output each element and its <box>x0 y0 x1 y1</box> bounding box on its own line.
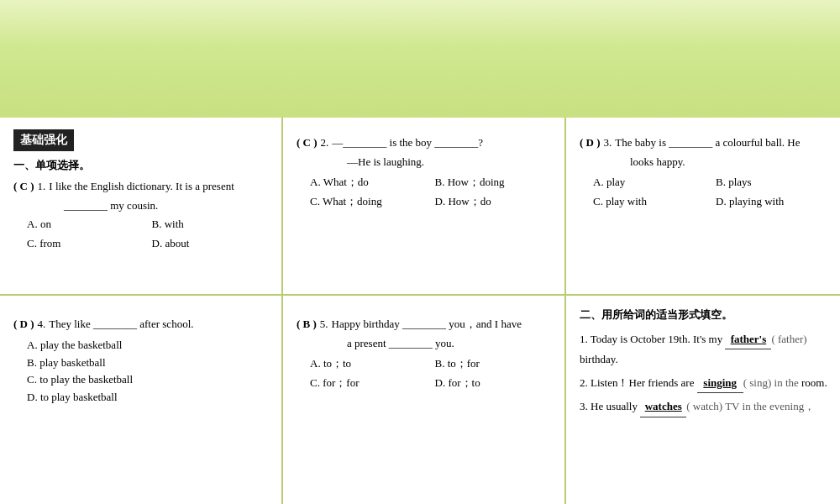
fill1-text-after: birthday. <box>580 353 618 365</box>
q3-opt-c: C. play with <box>593 193 707 211</box>
q1-opt-d: D. about <box>152 235 269 253</box>
card-6: 二、用所给词的适当形式填空。 1. Today is October 19th.… <box>566 296 840 504</box>
q5-opt-d: D. for；to <box>435 375 552 392</box>
q5-opt-a: A. to；to <box>310 355 427 373</box>
fill2-answer: singing <box>697 373 743 393</box>
q4-opt-d: D. to play basketball <box>27 389 268 407</box>
fill3-answer: watches <box>640 396 686 417</box>
q1-text2: ________ my cousin. <box>64 199 268 213</box>
q4-number: 4. <box>38 316 46 333</box>
question-2: ( C ) 2. —________ is the boy ________? … <box>297 134 551 210</box>
top-banner <box>0 0 840 118</box>
fill3-number: 3. <box>580 400 588 412</box>
q5-text2: a present ________ you. <box>347 337 551 350</box>
q5-line: ( B ) 5. Happy birthday ________ you，and… <box>297 316 551 333</box>
q5-opt-b: B. to；for <box>435 355 552 373</box>
q5-bracket: ( B ) <box>297 316 317 333</box>
fill-item-3: 3. He usually watches( watch) TV in the … <box>580 396 830 417</box>
q1-text: I like the English dictionary. It is a p… <box>49 178 234 196</box>
question-4: ( D ) 4. They like ________ after school… <box>13 316 268 407</box>
fill2-hint: ( sing) in the <box>743 376 799 389</box>
fill2-number: 2. <box>580 376 588 389</box>
q4-opt-a: A. play the basketball <box>27 337 268 354</box>
fill2-text-before: Listen！Her friends are <box>591 376 697 389</box>
question-5: ( B ) 5. Happy birthday ________ you，and… <box>297 316 551 391</box>
q3-opt-d: D. playing with <box>716 193 830 211</box>
q3-opt-b: B. plays <box>716 174 830 192</box>
card-1: 基础强化 一、单项选择。 ( C ) 1. I like the English… <box>0 118 281 294</box>
q2-options: A. What；do B. How；doing C. What；doing D.… <box>310 174 551 211</box>
fill3-text-before: He usually <box>591 400 640 412</box>
card-5: ( B ) 5. Happy birthday ________ you，and… <box>283 296 564 504</box>
badge-jichu: 基础强化 <box>13 129 74 151</box>
q3-options: A. play B. plays C. play with D. playing… <box>593 174 830 211</box>
q2-opt-c: C. What；doing <box>310 193 427 211</box>
q1-opt-c: C. from <box>27 235 144 253</box>
fill-item-2: 2. Listen！Her friends are singing( sing)… <box>580 373 830 393</box>
q4-bracket: ( D ) <box>13 316 34 333</box>
q3-bracket: ( D ) <box>580 134 601 152</box>
fill1-hint: ( father) <box>771 333 806 345</box>
q2-line: ( C ) 2. —________ is the boy ________? <box>297 134 551 152</box>
section-title-1: 一、单项选择。 <box>13 158 268 173</box>
q3-opt-a: A. play <box>593 174 707 192</box>
card-3: ( D ) 3. The baby is ________ a colourfu… <box>566 118 840 294</box>
fill1-answer: father's <box>725 329 771 349</box>
q2-number: 2. <box>321 134 329 152</box>
q3-text2: looks happy. <box>630 155 830 169</box>
q3-number: 3. <box>604 134 612 152</box>
fill1-text-before: Today is October 19th. It's my <box>591 333 726 345</box>
q2-opt-a: A. What；do <box>310 174 427 192</box>
q1-opt-b: B. with <box>152 216 269 234</box>
q5-text: Happy birthday ________ you，and I have <box>332 316 522 333</box>
question-1: ( C ) 1. I like the English dictionary. … <box>13 178 268 252</box>
q2-opt-b: B. How；doing <box>435 174 552 192</box>
fill-item-1: 1. Today is October 19th. It's my father… <box>580 329 830 370</box>
q5-options: A. to；to B. to；for C. for；for D. for；to <box>310 355 551 392</box>
q1-opt-a: A. on <box>27 216 144 234</box>
question-3: ( D ) 3. The baby is ________ a colourfu… <box>580 134 830 210</box>
q4-line: ( D ) 4. They like ________ after school… <box>13 316 268 333</box>
q4-options: A. play the basketball B. play basketbal… <box>27 337 268 407</box>
q1-options: A. on B. with C. from D. about <box>27 216 268 253</box>
card-4: ( D ) 4. They like ________ after school… <box>0 296 281 504</box>
q4-text: They like ________ after school. <box>49 316 193 333</box>
q5-opt-c: C. for；for <box>310 375 427 392</box>
q3-text: The baby is ________ a colourful ball. H… <box>615 134 800 152</box>
fill1-number: 1. <box>580 333 588 345</box>
q2-bracket: ( C ) <box>297 134 318 152</box>
q1-line: ( C ) 1. I like the English dictionary. … <box>13 178 268 196</box>
q4-opt-c: C. to play the basketball <box>27 371 268 389</box>
card-2: ( C ) 2. —________ is the boy ________? … <box>283 118 564 294</box>
q1-number: 1. <box>38 178 46 196</box>
fill2-text-after: room. <box>799 376 827 389</box>
content-grid: 基础强化 一、单项选择。 ( C ) 1. I like the English… <box>0 118 840 504</box>
q5-number: 5. <box>320 316 328 333</box>
section-title-2: 二、用所给词的适当形式填空。 <box>580 307 830 323</box>
q2-text: —________ is the boy ________? <box>332 134 483 152</box>
q2-opt-d: D. How；do <box>435 193 552 211</box>
card-header: 基础强化 <box>13 129 268 151</box>
q4-opt-b: B. play basketball <box>27 354 268 372</box>
fill3-hint: ( watch) TV in the evening， <box>686 400 815 412</box>
q3-line: ( D ) 3. The baby is ________ a colourfu… <box>580 134 830 152</box>
q2-text2: —He is laughing. <box>347 155 551 169</box>
q1-bracket: ( C ) <box>13 178 34 196</box>
